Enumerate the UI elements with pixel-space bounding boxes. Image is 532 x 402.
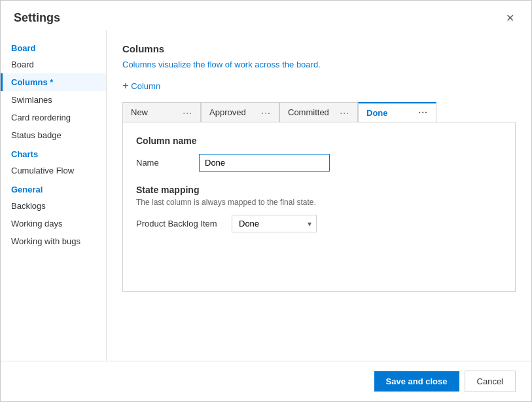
sidebar-item-cumulative-flow[interactable]: Cumulative Flow xyxy=(1,162,106,179)
tab-new[interactable]: New ··· xyxy=(122,102,201,122)
main-content: Columns Columns visualize the flow of wo… xyxy=(107,30,531,361)
cancel-button[interactable]: Cancel xyxy=(465,371,516,392)
tab-done-label: Done xyxy=(366,108,388,118)
tab-approved-dots[interactable]: ··· xyxy=(261,107,271,118)
tab-committed-dots[interactable]: ··· xyxy=(340,107,349,118)
product-backlog-dropdown-wrapper: Done Active Resolved Closed ▾ xyxy=(232,215,317,232)
sidebar-section-board: Board xyxy=(1,38,106,56)
sidebar-section-charts: Charts xyxy=(1,144,106,162)
tab-committed-label: Committed xyxy=(288,107,329,117)
product-backlog-label: Product Backlog Item xyxy=(136,219,221,228)
name-input[interactable] xyxy=(199,154,330,172)
tab-approved[interactable]: Approved ··· xyxy=(201,102,279,122)
dialog-title: Settings xyxy=(14,11,60,25)
sidebar-item-swimlanes[interactable]: Swimlanes xyxy=(1,91,106,109)
sidebar: Board Board Columns * Swimlanes Card reo… xyxy=(1,30,107,361)
dialog-footer: Save and close Cancel xyxy=(1,361,531,401)
sidebar-item-working-days[interactable]: Working days xyxy=(1,215,106,232)
sidebar-item-board[interactable]: Board xyxy=(1,56,106,73)
tab-new-dots[interactable]: ··· xyxy=(183,107,192,118)
description-text: Columns visualize the flow of work acros… xyxy=(122,60,516,69)
sidebar-item-columns[interactable]: Columns * xyxy=(1,73,106,91)
tab-done-dots[interactable]: ··· xyxy=(418,107,428,118)
sidebar-item-card-reordering[interactable]: Card reordering xyxy=(1,109,106,126)
dialog-header: Settings ✕ xyxy=(1,1,531,30)
plus-icon: + xyxy=(122,80,128,92)
tab-committed[interactable]: Committed ··· xyxy=(279,102,358,122)
add-column-label: Column xyxy=(131,81,160,91)
name-row: Name xyxy=(136,154,502,172)
product-backlog-row: Product Backlog Item Done Active Resolve… xyxy=(136,215,502,232)
name-label: Name xyxy=(136,158,188,168)
sidebar-item-backlogs[interactable]: Backlogs xyxy=(1,197,106,215)
columns-tabs: New ··· Approved ··· Committed ··· Done … xyxy=(122,102,516,122)
add-column-button[interactable]: + Column xyxy=(122,80,160,92)
save-close-button[interactable]: Save and close xyxy=(374,371,459,392)
tab-approved-label: Approved xyxy=(209,107,246,117)
sidebar-item-working-with-bugs[interactable]: Working with bugs xyxy=(1,232,106,250)
dialog-body: Board Board Columns * Swimlanes Card reo… xyxy=(1,30,531,361)
sidebar-section-general: General xyxy=(1,179,106,197)
tab-done[interactable]: Done ··· xyxy=(358,102,436,122)
column-name-section-title: Column name xyxy=(136,136,502,146)
tab-new-label: New xyxy=(131,107,148,117)
settings-dialog: Settings ✕ Board Board Columns * Swimlan… xyxy=(0,0,532,402)
state-mapping-desc: The last column is always mapped to the … xyxy=(136,198,502,207)
column-panel: Column name Name State mapping The last … xyxy=(122,122,516,292)
sidebar-item-status-badge[interactable]: Status badge xyxy=(1,126,106,144)
section-heading: Columns xyxy=(122,43,516,54)
close-button[interactable]: ✕ xyxy=(502,12,518,25)
state-mapping-title: State mapping xyxy=(136,185,502,195)
product-backlog-select[interactable]: Done Active Resolved Closed xyxy=(232,215,317,232)
